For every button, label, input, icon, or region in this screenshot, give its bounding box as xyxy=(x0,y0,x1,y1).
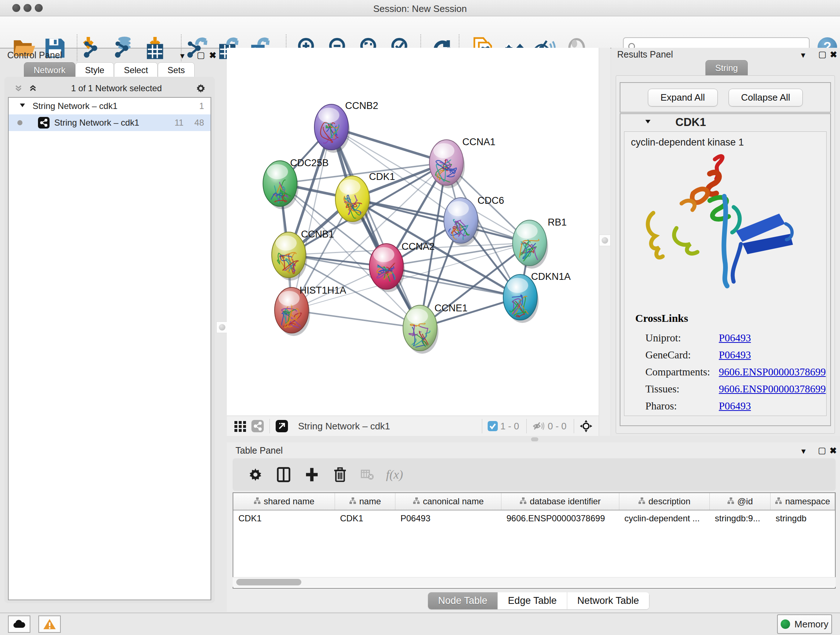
results-panel-float-icon[interactable]: ▢ xyxy=(818,50,827,59)
node-label-CCNA2: CCNA2 xyxy=(401,241,435,252)
column-header-description[interactable]: description xyxy=(619,493,710,510)
horizontal-splitter[interactable] xyxy=(227,436,840,442)
network-node-RB1[interactable]: RB1 xyxy=(513,217,567,269)
selected-checkbox-icon[interactable] xyxy=(487,421,498,432)
node-label-CDKN1A: CDKN1A xyxy=(531,271,571,282)
crosslink-value-link[interactable]: 9606.ENSP00000378699 xyxy=(719,383,826,395)
warnings-button[interactable] xyxy=(38,616,61,633)
node-label-CDC25B: CDC25B xyxy=(290,157,329,168)
network-node-CCNB1[interactable]: CCNB1 xyxy=(272,229,334,280)
network-badge-gray-icon[interactable] xyxy=(251,419,264,433)
crosslink-value-link[interactable]: P06493 xyxy=(719,349,751,361)
right-splitter-handle[interactable] xyxy=(599,234,611,246)
memory-button[interactable]: Memory xyxy=(777,614,832,634)
left-splitter-handle[interactable] xyxy=(216,321,228,333)
network-view-canvas[interactable]: CCNB2CCNA1CDC25BCDK1CDC6RB1CCNB1CCNA2CDK… xyxy=(227,48,599,416)
expand-collapse-box: Expand All Collapse All xyxy=(620,82,831,112)
protein-section-header[interactable]: CDK1 xyxy=(621,114,830,131)
tab-select[interactable]: Select xyxy=(114,62,158,78)
show-columns-icon[interactable] xyxy=(275,466,292,483)
tab-style[interactable]: Style xyxy=(75,62,114,78)
table-panel-title: Table Panel xyxy=(235,445,283,456)
tab-sets[interactable]: Sets xyxy=(158,62,195,78)
table-cell[interactable]: CDK1 xyxy=(335,513,395,524)
network-edge[interactable] xyxy=(332,127,420,328)
cloud-icon xyxy=(12,619,27,629)
network-node-CCNA1[interactable]: CCNA1 xyxy=(429,136,496,188)
network-node-CCNE1[interactable]: CCNE1 xyxy=(403,302,468,354)
table-cell[interactable]: P06493 xyxy=(395,513,501,524)
cloud-button[interactable] xyxy=(8,616,30,633)
node-label-CDC6: CDC6 xyxy=(477,195,504,206)
column-header-canonical-name[interactable]: canonical name xyxy=(395,493,501,510)
network-graph[interactable]: CCNB2CCNA1CDC25BCDK1CDC6RB1CCNB1CCNA2CDK… xyxy=(227,48,599,416)
birds-eye-view-icon[interactable] xyxy=(233,419,247,433)
collapse-all-button[interactable]: Collapse All xyxy=(729,89,803,106)
table-type-tabs: Node TableEdge TableNetwork Table xyxy=(428,592,649,609)
network-selection-summary: 1 of 1 Network selected xyxy=(38,83,195,93)
crosslink-value-link[interactable]: P06493 xyxy=(719,332,751,344)
column-header-@id[interactable]: @id xyxy=(710,493,771,510)
network-edge-count: 48 xyxy=(194,118,204,128)
table-cell[interactable]: CDK1 xyxy=(233,513,335,524)
network-view-toolbar: String Network – cdk1 1 - 0 0 - 0 xyxy=(227,416,599,437)
tab-network[interactable]: Network xyxy=(24,62,75,78)
nav-separator xyxy=(270,419,270,433)
table-row[interactable]: CDK1CDK1P064939606.ENSP00000378699cyclin… xyxy=(233,510,835,526)
network-edge[interactable] xyxy=(292,310,420,328)
warning-icon xyxy=(43,618,57,630)
network-collection-row[interactable]: String Network – cdk1 1 xyxy=(9,98,210,114)
table-panel-float-icon[interactable]: ▢ xyxy=(818,446,826,455)
crosslink-value-link[interactable]: 9606.ENSP00000378699 xyxy=(719,366,826,378)
table-panel-close-icon[interactable]: ✖ xyxy=(829,447,837,455)
open-in-window-icon[interactable] xyxy=(275,419,289,433)
node-label-CCNE1: CCNE1 xyxy=(434,302,468,314)
control-panel-close-icon[interactable]: ✖ xyxy=(209,51,216,60)
tab-string[interactable]: String xyxy=(706,60,748,76)
hidden-eye-slash-icon[interactable] xyxy=(532,419,546,433)
network-node-CCNA2[interactable]: CCNA2 xyxy=(369,241,435,292)
crosslink-value-link[interactable]: P06493 xyxy=(719,400,751,412)
add-column-icon[interactable] xyxy=(303,466,320,483)
table-hscrollbar[interactable] xyxy=(233,577,836,587)
section-expander-icon[interactable] xyxy=(644,118,652,127)
table-cell[interactable]: 9606.ENSP00000378699 xyxy=(501,513,619,524)
tab-node-table[interactable]: Node Table xyxy=(428,592,498,609)
column-header-shared-name[interactable]: shared name xyxy=(233,493,335,510)
column-header-database-identifier[interactable]: database identifier xyxy=(501,493,619,510)
network-node-CDC6[interactable]: CDC6 xyxy=(444,195,504,246)
network-node-CDKN1A[interactable]: CDKN1A xyxy=(503,271,571,323)
collapse-all-networks-icon[interactable] xyxy=(13,83,24,94)
node-table[interactable]: shared namenamecanonical namedatabase id… xyxy=(233,492,836,589)
protein-section: CDK1 cyclin-dependent kinase 1 xyxy=(620,113,831,426)
column-header-name[interactable]: name xyxy=(335,493,395,510)
network-options-gear-icon[interactable] xyxy=(195,82,207,95)
expand-all-button[interactable]: Expand All xyxy=(648,89,718,106)
network-label: String Network – cdk1 xyxy=(54,118,139,128)
table-cell[interactable]: stringdb:9... xyxy=(710,513,771,524)
table-panel-collapse-icon[interactable]: ▾ xyxy=(801,447,806,455)
tab-edge-table[interactable]: Edge Table xyxy=(498,592,567,609)
hscrollbar-thumb[interactable] xyxy=(236,579,302,585)
control-panel-collapse-icon[interactable]: ▾ xyxy=(180,51,185,60)
delete-column-icon[interactable] xyxy=(332,466,348,483)
network-node-CCNB2[interactable]: CCNB2 xyxy=(314,100,378,153)
table-cell[interactable]: cyclin-dependent ... xyxy=(619,513,710,524)
tree-expander-icon[interactable] xyxy=(19,101,28,111)
fit-content-crosshair-icon[interactable] xyxy=(579,419,593,433)
crosslink-label: Tissues: xyxy=(635,383,709,395)
control-panel-float-icon[interactable]: ▢ xyxy=(197,51,205,59)
network-node-HIST1H1A[interactable]: HIST1H1A xyxy=(275,285,346,336)
crosslink-label: Pharos: xyxy=(635,400,709,412)
node-label-RB1: RB1 xyxy=(548,217,567,228)
results-panel-collapse-icon[interactable]: ▾ xyxy=(801,51,805,59)
table-panel: Table Panel ▾ ▢ ✖ f(x) shared namenameca… xyxy=(227,442,840,612)
table-cell[interactable]: stringdb xyxy=(771,513,835,524)
node-label-CCNA1: CCNA1 xyxy=(462,136,496,147)
network-row[interactable]: String Network – cdk1 11 48 xyxy=(9,114,210,131)
results-panel-close-icon[interactable]: ✖ xyxy=(830,50,837,59)
tab-network-table[interactable]: Network Table xyxy=(567,592,650,609)
expand-all-networks-icon[interactable] xyxy=(27,83,38,94)
column-header-namespace[interactable]: namespace xyxy=(771,493,835,510)
table-gear-icon[interactable] xyxy=(247,466,264,483)
